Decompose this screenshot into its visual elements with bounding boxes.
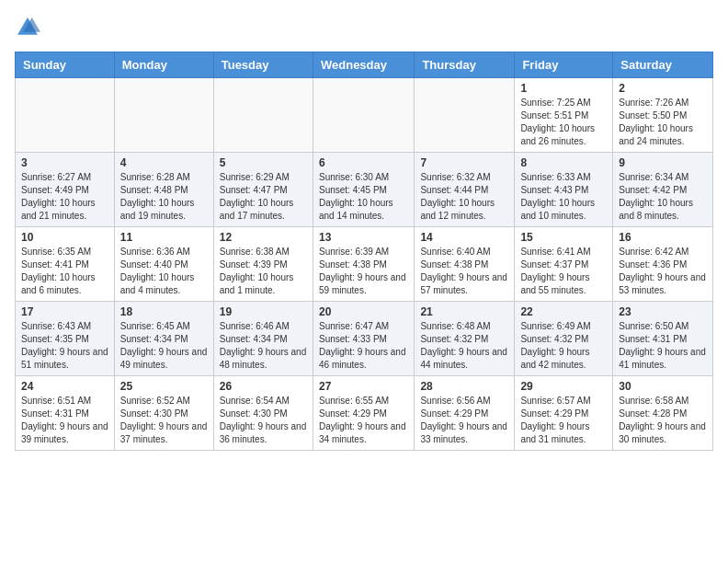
- day-number: 3: [21, 156, 108, 169]
- calendar-cell: 11Sunrise: 6:36 AM Sunset: 4:40 PM Dayli…: [114, 227, 213, 302]
- weekday-header-tuesday: Tuesday: [213, 52, 313, 78]
- calendar-cell: [213, 78, 313, 153]
- day-info: Sunrise: 6:42 AM Sunset: 4:36 PM Dayligh…: [619, 246, 707, 297]
- day-info: Sunrise: 7:26 AM Sunset: 5:50 PM Dayligh…: [619, 97, 707, 148]
- weekday-header-friday: Friday: [515, 52, 613, 78]
- day-info: Sunrise: 6:36 AM Sunset: 4:40 PM Dayligh…: [120, 246, 208, 297]
- calendar-week-row: 24Sunrise: 6:51 AM Sunset: 4:31 PM Dayli…: [16, 376, 713, 451]
- day-info: Sunrise: 7:25 AM Sunset: 5:51 PM Dayligh…: [520, 97, 607, 148]
- calendar-cell: 20Sunrise: 6:47 AM Sunset: 4:33 PM Dayli…: [313, 302, 414, 376]
- calendar-cell: 8Sunrise: 6:33 AM Sunset: 4:43 PM Daylig…: [515, 153, 613, 227]
- calendar-week-row: 1Sunrise: 7:25 AM Sunset: 5:51 PM Daylig…: [16, 78, 713, 153]
- day-info: Sunrise: 6:30 AM Sunset: 4:45 PM Dayligh…: [319, 171, 408, 223]
- day-info: Sunrise: 6:51 AM Sunset: 4:31 PM Dayligh…: [21, 395, 108, 446]
- day-number: 15: [520, 231, 607, 244]
- day-number: 25: [120, 380, 208, 393]
- calendar-header-row: SundayMondayTuesdayWednesdayThursdayFrid…: [16, 52, 713, 78]
- day-number: 18: [120, 305, 208, 318]
- day-number: 14: [420, 231, 508, 244]
- day-info: Sunrise: 6:28 AM Sunset: 4:48 PM Dayligh…: [120, 171, 208, 223]
- calendar-cell: [114, 78, 213, 153]
- day-info: Sunrise: 6:46 AM Sunset: 4:34 PM Dayligh…: [220, 320, 307, 372]
- weekday-header-sunday: Sunday: [16, 52, 115, 78]
- day-number: 28: [420, 380, 508, 393]
- calendar-cell: 17Sunrise: 6:43 AM Sunset: 4:35 PM Dayli…: [16, 302, 115, 376]
- day-info: Sunrise: 6:40 AM Sunset: 4:38 PM Dayligh…: [420, 246, 508, 297]
- weekday-header-monday: Monday: [114, 52, 213, 78]
- day-info: Sunrise: 6:41 AM Sunset: 4:37 PM Dayligh…: [520, 246, 607, 297]
- calendar-cell: 10Sunrise: 6:35 AM Sunset: 4:41 PM Dayli…: [16, 227, 115, 302]
- day-info: Sunrise: 6:56 AM Sunset: 4:29 PM Dayligh…: [420, 395, 508, 446]
- calendar-cell: 29Sunrise: 6:57 AM Sunset: 4:29 PM Dayli…: [515, 376, 613, 451]
- day-info: Sunrise: 6:57 AM Sunset: 4:29 PM Dayligh…: [520, 395, 607, 446]
- weekday-header-thursday: Thursday: [415, 52, 515, 78]
- day-number: 12: [220, 231, 307, 244]
- day-info: Sunrise: 6:50 AM Sunset: 4:31 PM Dayligh…: [619, 320, 707, 372]
- day-info: Sunrise: 6:52 AM Sunset: 4:30 PM Dayligh…: [120, 395, 208, 446]
- day-number: 7: [420, 156, 508, 169]
- day-number: 6: [319, 156, 408, 169]
- day-info: Sunrise: 6:35 AM Sunset: 4:41 PM Dayligh…: [21, 246, 108, 297]
- calendar-cell: 21Sunrise: 6:48 AM Sunset: 4:32 PM Dayli…: [415, 302, 515, 376]
- calendar-cell: 13Sunrise: 6:39 AM Sunset: 4:38 PM Dayli…: [313, 227, 414, 302]
- calendar-cell: 1Sunrise: 7:25 AM Sunset: 5:51 PM Daylig…: [515, 78, 613, 153]
- day-info: Sunrise: 6:48 AM Sunset: 4:32 PM Dayligh…: [420, 320, 508, 372]
- day-info: Sunrise: 6:33 AM Sunset: 4:43 PM Dayligh…: [520, 171, 607, 223]
- calendar-cell: 30Sunrise: 6:58 AM Sunset: 4:28 PM Dayli…: [613, 376, 713, 451]
- day-number: 20: [319, 305, 408, 318]
- logo-icon: [15, 15, 40, 40]
- day-number: 16: [619, 231, 707, 244]
- weekday-header-saturday: Saturday: [613, 52, 713, 78]
- calendar-cell: [16, 78, 115, 153]
- calendar-cell: 15Sunrise: 6:41 AM Sunset: 4:37 PM Dayli…: [515, 227, 613, 302]
- calendar-cell: 6Sunrise: 6:30 AM Sunset: 4:45 PM Daylig…: [313, 153, 414, 227]
- calendar-cell: 26Sunrise: 6:54 AM Sunset: 4:30 PM Dayli…: [213, 376, 313, 451]
- calendar-cell: 19Sunrise: 6:46 AM Sunset: 4:34 PM Dayli…: [213, 302, 313, 376]
- day-number: 17: [21, 305, 108, 318]
- calendar-cell: [313, 78, 414, 153]
- day-number: 5: [220, 156, 307, 169]
- calendar-cell: [415, 78, 515, 153]
- day-number: 24: [21, 380, 108, 393]
- day-info: Sunrise: 6:29 AM Sunset: 4:47 PM Dayligh…: [220, 171, 307, 223]
- day-info: Sunrise: 6:32 AM Sunset: 4:44 PM Dayligh…: [420, 171, 508, 223]
- calendar-week-row: 3Sunrise: 6:27 AM Sunset: 4:49 PM Daylig…: [16, 153, 713, 227]
- calendar-cell: 14Sunrise: 6:40 AM Sunset: 4:38 PM Dayli…: [415, 227, 515, 302]
- day-number: 1: [520, 82, 607, 95]
- calendar-cell: 18Sunrise: 6:45 AM Sunset: 4:34 PM Dayli…: [114, 302, 213, 376]
- day-info: Sunrise: 6:55 AM Sunset: 4:29 PM Dayligh…: [319, 395, 408, 446]
- day-number: 19: [220, 305, 307, 318]
- calendar-cell: 25Sunrise: 6:52 AM Sunset: 4:30 PM Dayli…: [114, 376, 213, 451]
- calendar-cell: 12Sunrise: 6:38 AM Sunset: 4:39 PM Dayli…: [213, 227, 313, 302]
- day-number: 26: [220, 380, 307, 393]
- calendar-cell: 4Sunrise: 6:28 AM Sunset: 4:48 PM Daylig…: [114, 153, 213, 227]
- day-number: 30: [619, 380, 707, 393]
- calendar-week-row: 17Sunrise: 6:43 AM Sunset: 4:35 PM Dayli…: [16, 302, 713, 376]
- day-number: 2: [619, 82, 707, 95]
- day-number: 8: [520, 156, 607, 169]
- calendar-cell: 27Sunrise: 6:55 AM Sunset: 4:29 PM Dayli…: [313, 376, 414, 451]
- day-info: Sunrise: 6:43 AM Sunset: 4:35 PM Dayligh…: [21, 320, 108, 372]
- logo: [15, 15, 44, 40]
- calendar-table: SundayMondayTuesdayWednesdayThursdayFrid…: [15, 52, 713, 451]
- calendar-cell: 5Sunrise: 6:29 AM Sunset: 4:47 PM Daylig…: [213, 153, 313, 227]
- day-info: Sunrise: 6:38 AM Sunset: 4:39 PM Dayligh…: [220, 246, 307, 297]
- day-number: 4: [120, 156, 208, 169]
- day-info: Sunrise: 6:47 AM Sunset: 4:33 PM Dayligh…: [319, 320, 408, 372]
- page-header: [15, 15, 713, 40]
- day-info: Sunrise: 6:54 AM Sunset: 4:30 PM Dayligh…: [220, 395, 307, 446]
- calendar-cell: 2Sunrise: 7:26 AM Sunset: 5:50 PM Daylig…: [613, 78, 713, 153]
- calendar-cell: 3Sunrise: 6:27 AM Sunset: 4:49 PM Daylig…: [16, 153, 115, 227]
- day-number: 22: [520, 305, 607, 318]
- day-number: 23: [619, 305, 707, 318]
- calendar-cell: 22Sunrise: 6:49 AM Sunset: 4:32 PM Dayli…: [515, 302, 613, 376]
- day-info: Sunrise: 6:58 AM Sunset: 4:28 PM Dayligh…: [619, 395, 707, 446]
- day-number: 11: [120, 231, 208, 244]
- calendar-cell: 23Sunrise: 6:50 AM Sunset: 4:31 PM Dayli…: [613, 302, 713, 376]
- day-number: 9: [619, 156, 707, 169]
- day-number: 29: [520, 380, 607, 393]
- day-info: Sunrise: 6:45 AM Sunset: 4:34 PM Dayligh…: [120, 320, 208, 372]
- day-number: 21: [420, 305, 508, 318]
- calendar-cell: 9Sunrise: 6:34 AM Sunset: 4:42 PM Daylig…: [613, 153, 713, 227]
- calendar-cell: 7Sunrise: 6:32 AM Sunset: 4:44 PM Daylig…: [415, 153, 515, 227]
